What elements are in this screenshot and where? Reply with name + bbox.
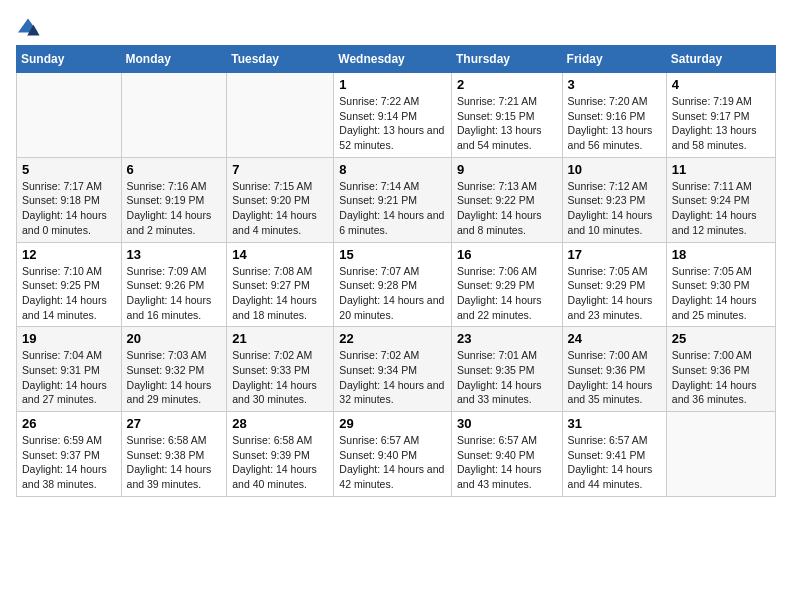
- calendar-cell: 18Sunrise: 7:05 AM Sunset: 9:30 PM Dayli…: [666, 242, 775, 327]
- day-info: Sunrise: 7:11 AM Sunset: 9:24 PM Dayligh…: [672, 179, 770, 238]
- weekday-header-tuesday: Tuesday: [227, 46, 334, 73]
- day-number: 19: [22, 331, 116, 346]
- weekday-header-sunday: Sunday: [17, 46, 122, 73]
- calendar-cell: 23Sunrise: 7:01 AM Sunset: 9:35 PM Dayli…: [451, 327, 562, 412]
- calendar-cell: [227, 73, 334, 158]
- day-info: Sunrise: 7:02 AM Sunset: 9:34 PM Dayligh…: [339, 348, 446, 407]
- day-info: Sunrise: 7:09 AM Sunset: 9:26 PM Dayligh…: [127, 264, 222, 323]
- calendar-cell: [17, 73, 122, 158]
- calendar-cell: 28Sunrise: 6:58 AM Sunset: 9:39 PM Dayli…: [227, 412, 334, 497]
- day-number: 17: [568, 247, 661, 262]
- day-number: 24: [568, 331, 661, 346]
- calendar-cell: 15Sunrise: 7:07 AM Sunset: 9:28 PM Dayli…: [334, 242, 452, 327]
- day-info: Sunrise: 6:59 AM Sunset: 9:37 PM Dayligh…: [22, 433, 116, 492]
- day-info: Sunrise: 7:01 AM Sunset: 9:35 PM Dayligh…: [457, 348, 557, 407]
- day-number: 14: [232, 247, 328, 262]
- calendar-cell: 29Sunrise: 6:57 AM Sunset: 9:40 PM Dayli…: [334, 412, 452, 497]
- day-info: Sunrise: 7:04 AM Sunset: 9:31 PM Dayligh…: [22, 348, 116, 407]
- day-info: Sunrise: 6:57 AM Sunset: 9:41 PM Dayligh…: [568, 433, 661, 492]
- day-info: Sunrise: 7:00 AM Sunset: 9:36 PM Dayligh…: [568, 348, 661, 407]
- day-number: 7: [232, 162, 328, 177]
- day-info: Sunrise: 7:21 AM Sunset: 9:15 PM Dayligh…: [457, 94, 557, 153]
- day-number: 11: [672, 162, 770, 177]
- calendar-cell: 27Sunrise: 6:58 AM Sunset: 9:38 PM Dayli…: [121, 412, 227, 497]
- day-info: Sunrise: 7:02 AM Sunset: 9:33 PM Dayligh…: [232, 348, 328, 407]
- calendar-cell: 13Sunrise: 7:09 AM Sunset: 9:26 PM Dayli…: [121, 242, 227, 327]
- day-number: 16: [457, 247, 557, 262]
- calendar-cell: 8Sunrise: 7:14 AM Sunset: 9:21 PM Daylig…: [334, 157, 452, 242]
- calendar-cell: [666, 412, 775, 497]
- day-info: Sunrise: 6:57 AM Sunset: 9:40 PM Dayligh…: [339, 433, 446, 492]
- day-info: Sunrise: 7:06 AM Sunset: 9:29 PM Dayligh…: [457, 264, 557, 323]
- day-info: Sunrise: 7:17 AM Sunset: 9:18 PM Dayligh…: [22, 179, 116, 238]
- calendar-cell: [121, 73, 227, 158]
- calendar-cell: 12Sunrise: 7:10 AM Sunset: 9:25 PM Dayli…: [17, 242, 122, 327]
- day-number: 29: [339, 416, 446, 431]
- day-info: Sunrise: 7:08 AM Sunset: 9:27 PM Dayligh…: [232, 264, 328, 323]
- week-row-4: 19Sunrise: 7:04 AM Sunset: 9:31 PM Dayli…: [17, 327, 776, 412]
- week-row-2: 5Sunrise: 7:17 AM Sunset: 9:18 PM Daylig…: [17, 157, 776, 242]
- logo: [16, 16, 44, 37]
- calendar-cell: 22Sunrise: 7:02 AM Sunset: 9:34 PM Dayli…: [334, 327, 452, 412]
- day-info: Sunrise: 7:22 AM Sunset: 9:14 PM Dayligh…: [339, 94, 446, 153]
- calendar-cell: 16Sunrise: 7:06 AM Sunset: 9:29 PM Dayli…: [451, 242, 562, 327]
- day-number: 15: [339, 247, 446, 262]
- calendar-cell: 14Sunrise: 7:08 AM Sunset: 9:27 PM Dayli…: [227, 242, 334, 327]
- day-info: Sunrise: 7:16 AM Sunset: 9:19 PM Dayligh…: [127, 179, 222, 238]
- day-number: 12: [22, 247, 116, 262]
- calendar-cell: 7Sunrise: 7:15 AM Sunset: 9:20 PM Daylig…: [227, 157, 334, 242]
- day-info: Sunrise: 7:20 AM Sunset: 9:16 PM Dayligh…: [568, 94, 661, 153]
- weekday-header-row: SundayMondayTuesdayWednesdayThursdayFrid…: [17, 46, 776, 73]
- day-info: Sunrise: 7:14 AM Sunset: 9:21 PM Dayligh…: [339, 179, 446, 238]
- day-info: Sunrise: 7:13 AM Sunset: 9:22 PM Dayligh…: [457, 179, 557, 238]
- week-row-3: 12Sunrise: 7:10 AM Sunset: 9:25 PM Dayli…: [17, 242, 776, 327]
- day-info: Sunrise: 6:58 AM Sunset: 9:38 PM Dayligh…: [127, 433, 222, 492]
- calendar-cell: 20Sunrise: 7:03 AM Sunset: 9:32 PM Dayli…: [121, 327, 227, 412]
- calendar-cell: 5Sunrise: 7:17 AM Sunset: 9:18 PM Daylig…: [17, 157, 122, 242]
- calendar-cell: 24Sunrise: 7:00 AM Sunset: 9:36 PM Dayli…: [562, 327, 666, 412]
- day-info: Sunrise: 7:00 AM Sunset: 9:36 PM Dayligh…: [672, 348, 770, 407]
- day-number: 3: [568, 77, 661, 92]
- calendar-cell: 1Sunrise: 7:22 AM Sunset: 9:14 PM Daylig…: [334, 73, 452, 158]
- day-number: 30: [457, 416, 557, 431]
- day-info: Sunrise: 7:05 AM Sunset: 9:29 PM Dayligh…: [568, 264, 661, 323]
- logo-icon: [16, 17, 40, 37]
- calendar-cell: 30Sunrise: 6:57 AM Sunset: 9:40 PM Dayli…: [451, 412, 562, 497]
- day-info: Sunrise: 7:12 AM Sunset: 9:23 PM Dayligh…: [568, 179, 661, 238]
- calendar-cell: 26Sunrise: 6:59 AM Sunset: 9:37 PM Dayli…: [17, 412, 122, 497]
- day-number: 18: [672, 247, 770, 262]
- calendar-cell: 31Sunrise: 6:57 AM Sunset: 9:41 PM Dayli…: [562, 412, 666, 497]
- calendar-table: SundayMondayTuesdayWednesdayThursdayFrid…: [16, 45, 776, 497]
- day-number: 20: [127, 331, 222, 346]
- header: [16, 16, 776, 37]
- week-row-5: 26Sunrise: 6:59 AM Sunset: 9:37 PM Dayli…: [17, 412, 776, 497]
- day-number: 23: [457, 331, 557, 346]
- day-info: Sunrise: 6:58 AM Sunset: 9:39 PM Dayligh…: [232, 433, 328, 492]
- calendar-cell: 10Sunrise: 7:12 AM Sunset: 9:23 PM Dayli…: [562, 157, 666, 242]
- calendar-cell: 9Sunrise: 7:13 AM Sunset: 9:22 PM Daylig…: [451, 157, 562, 242]
- day-info: Sunrise: 6:57 AM Sunset: 9:40 PM Dayligh…: [457, 433, 557, 492]
- calendar-cell: 25Sunrise: 7:00 AM Sunset: 9:36 PM Dayli…: [666, 327, 775, 412]
- week-row-1: 1Sunrise: 7:22 AM Sunset: 9:14 PM Daylig…: [17, 73, 776, 158]
- calendar-cell: 21Sunrise: 7:02 AM Sunset: 9:33 PM Dayli…: [227, 327, 334, 412]
- day-number: 26: [22, 416, 116, 431]
- day-info: Sunrise: 7:15 AM Sunset: 9:20 PM Dayligh…: [232, 179, 328, 238]
- day-info: Sunrise: 7:05 AM Sunset: 9:30 PM Dayligh…: [672, 264, 770, 323]
- day-number: 10: [568, 162, 661, 177]
- day-number: 21: [232, 331, 328, 346]
- day-number: 31: [568, 416, 661, 431]
- weekday-header-monday: Monday: [121, 46, 227, 73]
- day-number: 5: [22, 162, 116, 177]
- calendar-cell: 3Sunrise: 7:20 AM Sunset: 9:16 PM Daylig…: [562, 73, 666, 158]
- day-number: 1: [339, 77, 446, 92]
- weekday-header-wednesday: Wednesday: [334, 46, 452, 73]
- weekday-header-thursday: Thursday: [451, 46, 562, 73]
- day-info: Sunrise: 7:10 AM Sunset: 9:25 PM Dayligh…: [22, 264, 116, 323]
- day-info: Sunrise: 7:19 AM Sunset: 9:17 PM Dayligh…: [672, 94, 770, 153]
- day-number: 28: [232, 416, 328, 431]
- day-number: 6: [127, 162, 222, 177]
- weekday-header-friday: Friday: [562, 46, 666, 73]
- calendar-cell: 6Sunrise: 7:16 AM Sunset: 9:19 PM Daylig…: [121, 157, 227, 242]
- weekday-header-saturday: Saturday: [666, 46, 775, 73]
- calendar-cell: 2Sunrise: 7:21 AM Sunset: 9:15 PM Daylig…: [451, 73, 562, 158]
